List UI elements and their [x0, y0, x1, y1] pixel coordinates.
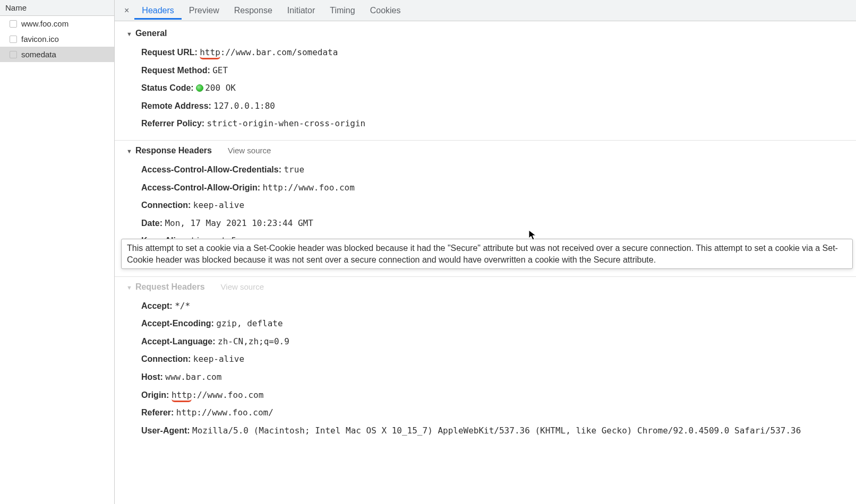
header-value: http://www.bar.com/somedata: [200, 47, 338, 59]
header-value: keep-alive: [193, 200, 244, 210]
header-value: */*: [175, 301, 190, 311]
header-value: true: [284, 164, 304, 175]
request-list: www.foo.comfavicon.icosomedata: [0, 16, 114, 62]
header-row: Connection: keep-alive: [141, 196, 846, 214]
header-row: Host: www.bar.com: [141, 368, 846, 386]
view-source-link[interactable]: View source: [221, 282, 264, 291]
status-dot-icon: [196, 84, 203, 92]
header-value: gzip, deflate: [216, 318, 283, 328]
header-value: www.bar.com: [165, 372, 221, 382]
tab-cookies[interactable]: Cookies: [363, 1, 408, 20]
chevron-down-icon: ▼: [126, 148, 132, 154]
header-key: Origin:: [141, 390, 172, 399]
section-general: ▼General Request URL: http://www.bar.com…: [115, 23, 856, 141]
tab-preview[interactable]: Preview: [182, 1, 227, 20]
response-headers-heading[interactable]: ▼Response Headers View source: [126, 146, 846, 155]
header-row: Referer: http://www.foo.com/: [141, 404, 846, 422]
file-icon: [10, 51, 17, 58]
header-row: Accept-Language: zh-CN,zh;q=0.9: [141, 333, 846, 351]
section-request-headers: ▼Request Headers View source Accept: */*…: [115, 277, 856, 447]
header-key: Access-Control-Allow-Origin:: [141, 183, 262, 192]
header-key: Connection:: [141, 201, 193, 210]
tab-initiator[interactable]: Initiator: [280, 1, 322, 20]
header-key: Referer:: [141, 408, 176, 417]
header-key: Accept-Encoding:: [141, 319, 216, 328]
header-row: Request URL: http://www.bar.com/somedata: [141, 44, 846, 62]
request-detail-main: × HeadersPreviewResponseInitiatorTimingC…: [115, 0, 856, 504]
header-row: Remote Address: 127.0.0.1:80: [141, 97, 846, 115]
header-row: User-Agent: Mozilla/5.0 (Macintosh; Inte…: [141, 422, 846, 440]
header-value: http://www.foo.com: [262, 183, 354, 193]
header-key: Remote Address:: [141, 101, 213, 110]
close-icon[interactable]: ×: [119, 6, 134, 15]
header-key: Accept:: [141, 301, 175, 310]
sidebar-column-name[interactable]: Name: [0, 0, 114, 16]
header-key: Host:: [141, 372, 165, 381]
header-row: Status Code: 200 OK: [141, 79, 846, 97]
header-row: Referrer Policy: strict-origin-when-cros…: [141, 115, 846, 133]
header-key: Connection:: [141, 354, 193, 363]
request-name: www.foo.com: [21, 19, 69, 28]
header-row: Access-Control-Allow-Origin: http://www.…: [141, 179, 846, 197]
header-key: Status Code:: [141, 83, 196, 92]
file-icon: [10, 36, 17, 43]
header-value: http://www.foo.com: [172, 390, 263, 402]
request-name: somedata: [21, 50, 56, 59]
file-icon: [10, 20, 17, 28]
header-value: zh-CN,zh;q=0.9: [218, 336, 289, 346]
header-row: Date: Mon, 17 May 2021 10:23:44 GMT: [141, 214, 846, 232]
header-key: Date:: [141, 219, 165, 228]
view-source-link[interactable]: View source: [228, 146, 271, 155]
request-item[interactable]: www.foo.com: [0, 16, 114, 31]
request-header-rows: Accept: */*Accept-Encoding: gzip, deflat…: [126, 297, 846, 440]
header-key: Request URL:: [141, 48, 200, 57]
header-value: http://www.foo.com/: [176, 407, 273, 418]
request-item[interactable]: favicon.ico: [0, 31, 114, 47]
header-value: 200 OK: [205, 83, 236, 93]
header-key: Accept-Language:: [141, 337, 218, 346]
header-key: Request Method:: [141, 66, 212, 75]
tab-headers[interactable]: Headers: [134, 1, 181, 20]
chevron-down-icon: ▼: [126, 284, 132, 291]
header-row: Origin: http://www.foo.com: [141, 386, 846, 404]
header-row: Accept-Encoding: gzip, deflate: [141, 315, 846, 333]
tab-response[interactable]: Response: [227, 1, 280, 20]
request-name: favicon.ico: [21, 34, 59, 44]
request-headers-heading[interactable]: ▼Request Headers View source: [126, 282, 846, 292]
general-rows: Request URL: http://www.bar.com/somedata…: [126, 44, 846, 133]
header-key: User-Agent:: [141, 426, 192, 435]
request-list-sidebar: Name www.foo.comfavicon.icosomedata: [0, 0, 115, 504]
header-row: Request Method: GET: [141, 62, 846, 80]
header-value: Mozilla/5.0 (Macintosh; Intel Mac OS X 1…: [192, 425, 801, 436]
request-headers-title-text: Request Headers: [135, 282, 205, 291]
header-value: GET: [212, 65, 228, 75]
general-title-text: General: [135, 29, 167, 38]
detail-tabbar: × HeadersPreviewResponseInitiatorTimingC…: [115, 0, 856, 21]
tab-timing[interactable]: Timing: [322, 1, 362, 20]
chevron-down-icon: ▼: [126, 31, 132, 37]
cookie-warning-tooltip: This attempt to set a cookie via a Set-C…: [121, 239, 853, 269]
response-headers-title-text: Response Headers: [135, 146, 212, 155]
header-row: Accept: */*: [141, 297, 846, 315]
header-row: Connection: keep-alive: [141, 350, 846, 368]
devtools-network-panel: Name www.foo.comfavicon.icosomedata × He…: [0, 0, 856, 504]
header-key: Referrer Policy:: [141, 119, 207, 128]
general-heading[interactable]: ▼General: [126, 29, 846, 38]
request-item[interactable]: somedata: [0, 47, 114, 62]
header-value: Mon, 17 May 2021 10:23:44 GMT: [165, 218, 313, 228]
header-row: Access-Control-Allow-Credentials: true: [141, 161, 846, 179]
header-key: Access-Control-Allow-Credentials:: [141, 165, 284, 174]
header-value: 127.0.0.1:80: [213, 101, 275, 111]
header-value: strict-origin-when-cross-origin: [207, 118, 366, 128]
header-value: keep-alive: [193, 354, 244, 364]
